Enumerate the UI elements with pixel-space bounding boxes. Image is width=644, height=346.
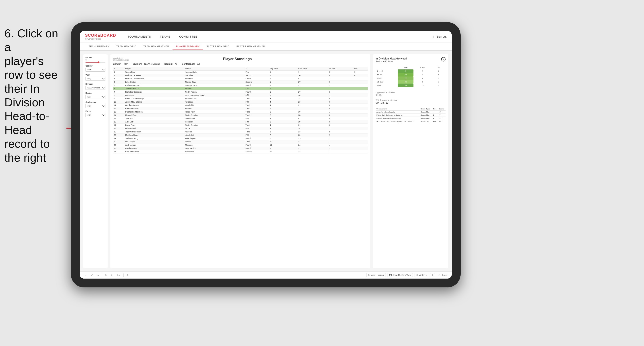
cell-win [353, 107, 368, 110]
cell-win [353, 84, 368, 87]
nav-tournaments[interactable]: TOURNAMENTS [123, 32, 156, 41]
table-row[interactable]: 6 Jackson Koivun Auburn First 1 1 [113, 87, 368, 90]
logo-area: SCOREBOARD Powered by clippi [85, 33, 116, 40]
cell-conf: 21 [298, 124, 328, 127]
cell-yr: Third [244, 140, 269, 144]
save-custom-button[interactable]: 💾 Save Custom View [388, 273, 412, 277]
table-row[interactable]: 24 Bastien Amat New Mexico Fourth 1 27 2 [113, 147, 368, 150]
player-filter-select[interactable]: (All) [86, 113, 106, 117]
nav-items: TOURNAMENTS TEAMS COMMITTEE [123, 32, 434, 41]
region-filter-select[interactable]: N/A [86, 95, 106, 99]
cell-win [353, 77, 368, 80]
cell-player: Gordon Sargent [124, 104, 184, 107]
cell-conf: 23 [298, 150, 328, 154]
h2h-loss: 9 [414, 73, 432, 76]
cell-reg: 8 [269, 120, 297, 124]
copy-button[interactable]: ⎘ [104, 273, 108, 277]
cell-rds: 0 [328, 104, 354, 107]
table-row[interactable]: 20 Matthew Riedel Vanderbilt Fifth 7 22 … [113, 134, 368, 137]
table-row[interactable]: 7 Nicholas Gabrelick North Florida Fourt… [113, 90, 368, 94]
cell-school: Florida [184, 140, 245, 144]
forward-button[interactable]: ↪ [96, 273, 100, 277]
cell-reg: 6 [269, 110, 297, 114]
table-row[interactable]: 18 Luke Powell UCLA First 4 24 1 [113, 127, 368, 130]
watch-button[interactable]: 👁 Watch ▾ [414, 273, 428, 277]
cell-reg: 4 [269, 104, 297, 107]
division-filter-select[interactable]: NCAA Division I [86, 86, 106, 90]
nav-committee[interactable]: COMMITTEE [175, 32, 202, 41]
h2h-win: 22 [398, 76, 414, 80]
table-row[interactable]: 23 Jack Lundin Missouri Fourth 11 24 1 [113, 144, 368, 147]
cell-conf: 10 [298, 74, 328, 77]
cell-player: Michael Thorbjornsen [124, 77, 184, 80]
gender-filter-select[interactable]: Men [86, 68, 106, 72]
h2h-win: 578 [398, 84, 414, 87]
cell-yr: Second [244, 150, 269, 154]
table-row[interactable]: 11 Gordon Sargent Vanderbilt Third 4 21 … [113, 104, 368, 107]
cell-rds: 0 [328, 100, 354, 104]
cell-rds: 0 [328, 117, 354, 120]
view-original-button[interactable]: 👁 View: Original [366, 273, 386, 277]
tab-player-summary[interactable]: PLAYER SUMMARY [172, 43, 203, 50]
cell-reg: 3 [269, 97, 297, 100]
table-row[interactable]: 25 Cole Sherwood Vanderbilt Second 12 23… [113, 150, 368, 154]
h2h-title: In Division Head-to-Head [376, 57, 407, 60]
slider[interactable] [86, 62, 106, 63]
table-row[interactable]: 21 Taehoon Song Washington Fourth 6 23 1 [113, 137, 368, 140]
col-reg-rank: Reg Rank [269, 67, 297, 71]
conference-filter-select[interactable]: (All) [86, 104, 106, 108]
instruction-text: 6. Click on a player's row to see their … [0, 22, 64, 169]
table-row[interactable]: 8 Mats Ege East Tennessee State Fifth 1 … [113, 94, 368, 97]
cell-player: Jacob Mou-Okawe [124, 100, 184, 104]
table-row[interactable]: 22 Ian Gilligan Florida Third 10 24 1 [113, 140, 368, 144]
nav-teams[interactable]: TEAMS [156, 32, 175, 41]
table-row[interactable]: 13 Phichakun Maichon Texas A&M Third 6 3… [113, 110, 368, 114]
tab-player-h2h-grid[interactable]: PLAYER H2H GRID [203, 43, 233, 50]
h2h-close-button[interactable]: ✕ [441, 57, 446, 61]
table-row[interactable]: 19 Tiger Christensen Arizona Third 8 23 … [113, 130, 368, 134]
h2h-range: 51-100 [376, 80, 398, 84]
tournament-col-score: Score [438, 107, 446, 111]
table-row[interactable]: 14 Maxwell Ford North Carolina Third 3 2… [113, 114, 368, 117]
refresh-button[interactable]: ↻ [125, 273, 130, 277]
cell-num: 23 [113, 144, 124, 147]
options-button[interactable]: ⊕ ▾ [116, 273, 122, 277]
tournament-col-pos: Pos [432, 107, 438, 111]
logo-powered: Powered by clippi [85, 38, 116, 40]
table-row[interactable]: 3 Michael Thorbjornsen Stanford Fourth 1… [113, 77, 368, 80]
table-row[interactable]: 17 David Ford North Carolina Third 4 21 … [113, 124, 368, 127]
no-rds-label: No Rds. [86, 57, 106, 59]
toolbar-right: 👁 View: Original 💾 Save Custom View 👁 Wa… [366, 273, 448, 277]
tab-player-h2h-heatmap[interactable]: PLAYER H2H HEATMAP [233, 43, 268, 50]
save-icon: 💾 [389, 274, 392, 276]
cell-rds: 0 [328, 120, 354, 124]
cell-yr: Fourth [244, 84, 269, 87]
redo-button[interactable]: ↺ [90, 273, 94, 277]
grid-button[interactable]: ⊞ [430, 273, 435, 277]
table-row[interactable]: 5 Christo Lamprecht Georgia Tech Fourth … [113, 84, 368, 87]
cell-rds: 0 [328, 124, 354, 127]
year-filter-select[interactable]: (All) [86, 77, 106, 81]
cell-rds: 1 [328, 137, 354, 140]
table-row[interactable]: 15 Jake Hall Tennessee Fifth 4 8 0 [113, 117, 368, 120]
undo-button[interactable]: ↩ [83, 273, 88, 277]
table-row[interactable]: 16 Alex Goff Kentucky Fifth 8 19 0 [113, 120, 368, 124]
tab-team-h2h-heatmap[interactable]: TEAM H2H HEATMAP [140, 43, 172, 50]
table-row[interactable]: 10 Jacob Mou-Okawe Arkansas Fifth 4 23 0 [113, 100, 368, 104]
h2h-loss: 4 [414, 76, 432, 80]
share-button[interactable]: ↗ Share [437, 273, 448, 277]
cell-yr: Fourth [244, 144, 269, 147]
table-row[interactable]: 9 Preston Summerhays Arizona State Third… [113, 97, 368, 100]
tab-team-summary[interactable]: TEAM SUMMARY [85, 43, 113, 50]
cell-reg: 4 [269, 124, 297, 127]
cell-yr: Fourth [244, 147, 269, 150]
logo-scoreboard: SCOREBOARD [85, 33, 116, 38]
table-row[interactable]: 12 Brendan Valles Auburn Third 1 1 0 [113, 107, 368, 110]
sign-out-button[interactable]: Sign out [437, 35, 446, 38]
paste-button[interactable]: ⎗ [110, 273, 114, 277]
table-row[interactable]: 2 Michael La Sasse Ole Miss Second 1 10 … [113, 74, 368, 77]
table-row[interactable]: 4 Luke Claton Florida State Second 1 27 … [113, 80, 368, 84]
table-row[interactable]: 1 Wenyi Ding Arizona State First 1 1 8 1 [113, 71, 368, 74]
cell-rds: 1 [328, 110, 354, 114]
tab-team-h2h-grid[interactable]: TEAM H2H GRID [113, 43, 140, 50]
